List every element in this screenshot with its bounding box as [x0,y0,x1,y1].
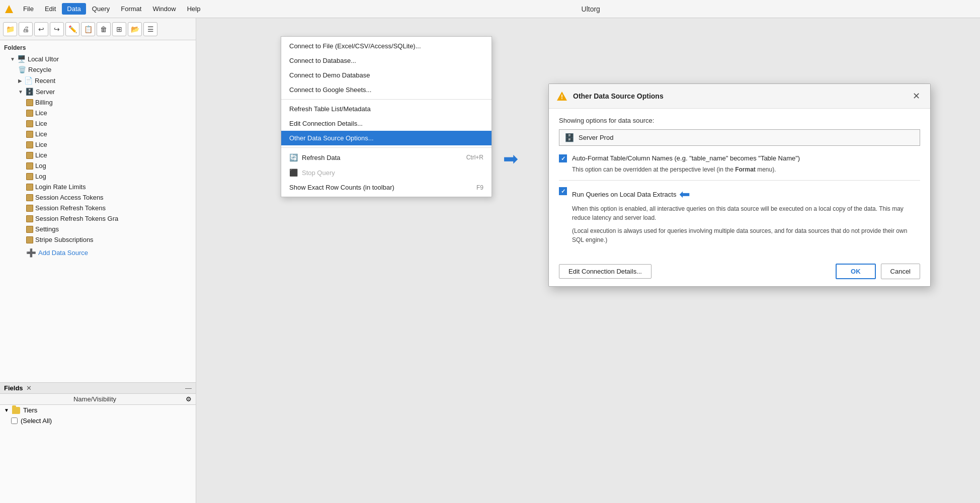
tree-label: Lice [35,141,47,148]
dialog-title: Other Data Source Options [573,92,904,100]
tree-item-server[interactable]: ▼ 🗄️ Server [0,86,196,97]
menu-format[interactable]: Format [116,3,146,15]
menu-help[interactable]: Help [182,3,206,15]
tree-item-billing[interactable]: Billing [0,97,196,108]
tree-item-lice-4[interactable]: Lice [0,139,196,150]
arrow-right-indicator: ➡ [503,148,518,170]
other-data-source-dialog: ! Other Data Source Options ✕ Showing op… [548,83,931,287]
fields-settings-icon[interactable]: ⚙ [186,395,192,403]
menu-window[interactable]: Window [147,3,181,15]
dd-connect-database[interactable]: Connect to Database... [281,53,492,68]
sidebar-toolbar: 📁 🖨 ↩ ↪ ✏️ 📋 🗑 ⊞ 📂 ☰ [0,18,196,40]
tree-item-lice-2[interactable]: Lice [0,118,196,129]
toolbar-btn-4[interactable]: ↪ [50,22,64,36]
dialog-title-bar: ! Other Data Source Options ✕ [549,84,930,109]
dd-show-row-counts[interactable]: Show Exact Row Counts (in toolbar) F9 [281,180,492,195]
main-area: Connect to File (Excel/CSV/Access/SQLite… [196,18,980,503]
tree-item-recent[interactable]: ▶ 📄 Recent [0,75,196,86]
tree-label: Billing [35,99,53,106]
ok-button[interactable]: OK [836,264,876,279]
table-icon [26,226,33,233]
sidebar: 📁 🖨 ↩ ↪ ✏️ 📋 🗑 ⊞ 📂 ☰ Folders ▼ 🖥️ Local … [0,18,196,503]
tree-item-local-ultor[interactable]: ▼ 🖥️ Local Ultor [0,53,196,64]
menu-file[interactable]: File [18,3,39,15]
datasource-name-display: 🗄️ Server Prod [559,129,920,146]
tree-item-session-refresh-tokens[interactable]: Session Refresh Tokens [0,203,196,213]
table-icon [26,120,33,127]
dd-label: Refresh Table List/Metadata [289,105,371,113]
toolbar-btn-2[interactable]: 🖨 [19,22,33,36]
dd-stop-query[interactable]: ⬛ Stop Query [281,165,492,180]
cancel-button[interactable]: Cancel [881,264,920,279]
dd-label: Other Data Source Options... [289,134,374,142]
dialog-close-button[interactable]: ✕ [909,89,923,103]
edit-connection-button[interactable]: Edit Connection Details... [559,264,651,279]
toolbar-btn-1[interactable]: 📁 [3,22,17,36]
dd-label: Edit Connection Details... [289,120,363,127]
dd-separator-2 [281,147,492,148]
dd-label: Stop Query [302,169,335,177]
expand-arrow: ▶ [18,78,22,83]
tree-label: Local Ultor [28,55,59,63]
tree-item-recycle[interactable]: 🗑️ Recycle [0,64,196,75]
tree-item-log-1[interactable]: Log [0,160,196,171]
tree-item-lice-5[interactable]: Lice [0,150,196,160]
dd-shortcut: F9 [476,184,483,191]
table-icon [26,152,33,159]
fields-minimize-button[interactable]: — [185,384,192,392]
toolbar-btn-5[interactable]: ✏️ [65,22,79,36]
tree-item-session-access-tokens[interactable]: Session Access Tokens [0,192,196,203]
toolbar-btn-7[interactable]: 🗑 [97,22,111,36]
field-item-select-all[interactable]: (Select All) [0,415,196,426]
tree-label: Lice [35,130,47,138]
toolbar-btn-6[interactable]: 📋 [81,22,95,36]
add-datasource-label: Add Data Source [38,249,88,257]
toolbar-btn-10[interactable]: ☰ [143,22,157,36]
folders-panel: Folders ▼ 🖥️ Local Ultor 🗑️ Recycle ▶ 📄 … [0,40,196,382]
fields-close-button[interactable]: ✕ [26,384,32,392]
dd-label: Connect to Database... [289,57,356,64]
tree-label: Recent [35,77,55,85]
tree-item-session-refresh-tokens-gra[interactable]: Session Refresh Tokens Gra [0,213,196,224]
server-icon: 🗄️ [25,88,34,96]
local-extracts-checkbox[interactable] [559,187,567,195]
dd-refresh-table[interactable]: Refresh Table List/Metadata [281,102,492,116]
dialog-separator [559,180,920,181]
app-logo [4,4,14,14]
dd-edit-connection[interactable]: Edit Connection Details... [281,116,492,131]
tree-label: Lice [35,109,47,117]
auto-format-checkbox[interactable] [559,154,567,162]
dd-connect-demo[interactable]: Connect to Demo Database [281,68,492,82]
dd-other-options[interactable]: Other Data Source Options... [281,131,492,145]
table-icon [26,215,33,222]
recycle-icon: 🗑️ [18,66,26,73]
select-all-checkbox[interactable] [11,417,18,424]
dialog-footer-right: OK Cancel [836,264,920,279]
menu-query[interactable]: Query [87,3,115,15]
dd-connect-sheets[interactable]: Connect to Google Sheets... [281,82,492,97]
dd-label: Connect to File (Excel/CSV/Access/SQLite… [289,42,421,50]
menu-edit[interactable]: Edit [40,3,61,15]
add-datasource-button[interactable]: ➕ Add Data Source [0,245,196,261]
dd-connect-file[interactable]: Connect to File (Excel/CSV/Access/SQLite… [281,39,492,53]
tree-label: Recycle [28,66,51,73]
tree-item-lice-3[interactable]: Lice [0,129,196,139]
table-icon [26,110,33,117]
table-icon [26,205,33,212]
toolbar-btn-3[interactable]: ↩ [34,22,48,36]
menu-data[interactable]: Data [62,3,86,15]
fields-body: ▼ Tiers (Select All) [0,405,196,503]
svg-marker-0 [5,5,13,13]
tree-item-stripe-subscriptions[interactable]: Stripe Subscriptions [0,234,196,245]
toolbar-btn-9[interactable]: 📂 [128,22,142,36]
fields-panel: Fields ✕ — Name/Visibility ⚙ ▼ Tiers (Se… [0,382,196,503]
field-item-tiers[interactable]: ▼ Tiers [0,405,196,415]
tree-item-settings[interactable]: Settings [0,224,196,234]
auto-format-desc: This option can be overridden at the per… [572,165,800,174]
tree-item-lice-1[interactable]: Lice [0,108,196,118]
tree-item-log-2[interactable]: Log [0,171,196,182]
tree-item-login-rate-limits[interactable]: Login Rate Limits [0,182,196,192]
dd-refresh-data[interactable]: 🔄 Refresh Data Ctrl+R [281,150,492,165]
stop-icon: ⬛ [289,169,298,177]
toolbar-btn-8[interactable]: ⊞ [112,22,126,36]
